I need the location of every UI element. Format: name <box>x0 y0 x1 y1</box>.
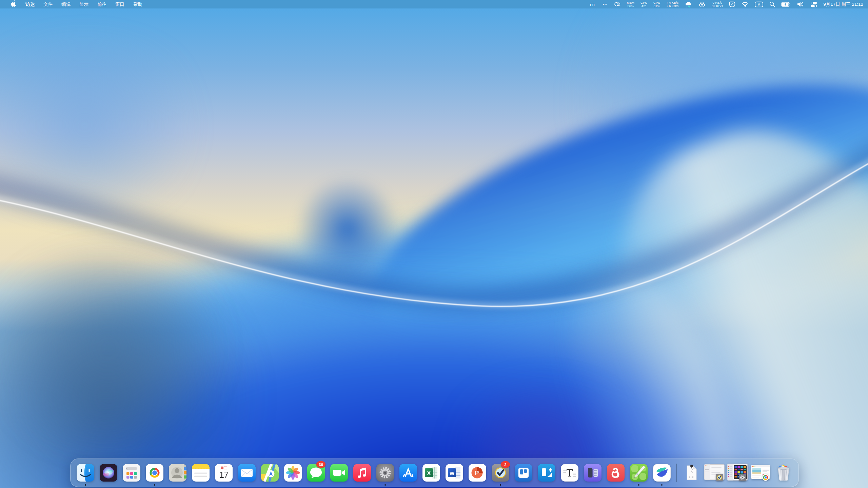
trello-icon <box>515 464 532 482</box>
menu-item-6[interactable]: 帮助 <box>129 1 147 7</box>
typora-icon: T <box>561 464 578 482</box>
menu-item-5[interactable]: 窗口 <box>111 1 129 7</box>
trefoil-knot-icon[interactable] <box>695 0 709 8</box>
svg-text:X: X <box>427 470 431 476</box>
dock-app-word[interactable]: W <box>443 459 466 487</box>
dock-app-appstore[interactable] <box>397 459 420 487</box>
stat-label: MEM <box>627 1 634 4</box>
tasks-badge: 2 <box>501 461 510 468</box>
dock-app-tasks[interactable]: 2 <box>489 459 512 487</box>
pick-shape-icon[interactable] <box>726 0 738 8</box>
overlapping-circles-icon[interactable] <box>611 0 624 8</box>
dock-app-excel[interactable]: X <box>420 459 443 487</box>
dock-app-lark[interactable] <box>650 459 673 487</box>
search-icon[interactable] <box>766 0 778 8</box>
menu-item-2[interactable]: 编辑 <box>57 1 75 7</box>
dock-app-design[interactable] <box>535 459 558 487</box>
design-icon <box>538 464 555 482</box>
dock-app-calendar[interactable]: 周三 17 <box>212 459 235 487</box>
stat-value: 31% <box>654 4 660 8</box>
menu-item-1[interactable]: 文件 <box>39 1 57 7</box>
menubar-menus: 访达文件编辑显示前往窗口帮助 <box>0 0 147 8</box>
dock-trash[interactable] <box>772 459 795 487</box>
dock-app-launchpad[interactable] <box>120 459 143 487</box>
trash-full-icon <box>775 464 792 482</box>
stat-label: CPU <box>640 1 647 4</box>
zip-label: ZIP <box>683 476 700 479</box>
net-down: 6 KB/s <box>669 4 678 8</box>
dock-app-finder[interactable] <box>74 459 97 487</box>
dock-app-siri[interactable] <box>97 459 120 487</box>
chrome-running-indicator <box>154 484 155 486</box>
up-arrow-icon: ↑ <box>666 1 668 4</box>
tasks-mini-icon <box>716 474 723 481</box>
menu-item-4[interactable]: 前往 <box>93 1 111 7</box>
dock-app-redswirl[interactable] <box>604 459 627 487</box>
dock-minimized-win-tasks[interactable] <box>703 459 726 487</box>
settings-running-indicator <box>384 484 386 486</box>
dock-app-maps[interactable] <box>258 459 281 487</box>
dock-app-marginnote[interactable] <box>627 459 650 487</box>
svg-text:A: A <box>758 2 760 6</box>
desktop: 访达文件编辑显示前往窗口帮助 Hidd en ••• MEM 56% CPU 4… <box>0 0 868 488</box>
input-method-indicator[interactable]: Hidd en <box>585 0 600 8</box>
finder-icon <box>77 464 94 482</box>
dock-app-notes[interactable] <box>189 459 212 487</box>
maps-icon <box>261 464 279 482</box>
control-center-icon[interactable] <box>807 0 820 8</box>
dock-file-zip[interactable]: ZIP <box>680 459 703 487</box>
dock-minimized-win-chrome[interactable] <box>749 459 772 487</box>
settings-mini-icon <box>739 474 746 481</box>
dock-app-photos[interactable] <box>281 459 304 487</box>
music-icon <box>353 464 371 482</box>
dock-app-music[interactable] <box>351 459 374 487</box>
dock-app-phonemirror[interactable] <box>581 459 604 487</box>
ime-current: en <box>590 2 595 7</box>
apple-menu[interactable] <box>6 0 21 8</box>
dock-app-messages[interactable]: 36 <box>304 459 328 487</box>
dock-minimized-win-settings[interactable] <box>726 459 749 487</box>
contacts-icon <box>169 464 186 482</box>
powerpoint-icon: P <box>469 464 486 482</box>
dock-app-contacts[interactable] <box>166 459 189 487</box>
launchpad-icon <box>123 464 140 482</box>
ime-clipped-label: Hidd <box>586 0 594 1</box>
mail-icon <box>238 464 256 482</box>
dock-app-chrome[interactable] <box>143 459 166 487</box>
rain-cloud-icon[interactable] <box>682 0 695 8</box>
redswirl-icon <box>607 464 625 482</box>
cpu-temp-stat[interactable]: CPU 42° <box>637 0 650 8</box>
siri-icon <box>100 464 117 482</box>
facetime-icon <box>330 464 348 482</box>
down-arrow-icon: ↓ <box>666 4 668 8</box>
svg-text:W: W <box>450 470 455 476</box>
phonemirror-icon <box>584 464 601 482</box>
hidden-bar-ellipsis[interactable]: ••• <box>600 0 611 8</box>
wallpaper <box>0 0 868 488</box>
menu-app[interactable]: 访达 <box>21 1 39 7</box>
dock: 周三 17 36XWP2T ZIP <box>70 459 799 487</box>
dock-app-mail[interactable] <box>235 459 258 487</box>
dock-app-settings[interactable] <box>374 459 397 487</box>
cpu-usage-stat[interactable]: CPU 31% <box>650 0 663 8</box>
wifi-icon[interactable] <box>738 0 752 8</box>
speaker-icon[interactable] <box>794 0 807 8</box>
marginnote-running-indicator <box>638 484 639 486</box>
input-source-a-icon[interactable]: A <box>752 0 766 8</box>
chrome-mini-icon <box>762 474 769 481</box>
battery-charging-icon[interactable] <box>778 0 794 8</box>
memory-stat[interactable]: MEM 56% <box>624 0 637 8</box>
dock-app-typora[interactable]: T <box>558 459 581 487</box>
dock-app-trello[interactable] <box>512 459 535 487</box>
dock-app-facetime[interactable] <box>328 459 351 487</box>
menubar-status-area: Hidd en ••• MEM 56% CPU 42° CPU 31% ↑4 K… <box>585 0 868 8</box>
chrome-icon <box>146 464 163 482</box>
svg-text:T: T <box>567 467 573 479</box>
dock-app-powerpoint[interactable]: P <box>466 459 489 487</box>
menubar-clock[interactable]: 9月17日 周三 21:12 <box>820 0 864 8</box>
network-speed-indicator[interactable]: ↑4 KB/s ↓6 KB/s <box>663 0 682 8</box>
menu-item-3[interactable]: 显示 <box>75 1 93 7</box>
network-total-indicator[interactable]: 0 KB/s 32 KB/s <box>709 0 726 8</box>
calendar-day: 17 <box>219 470 229 480</box>
marginnote-icon <box>630 464 648 482</box>
